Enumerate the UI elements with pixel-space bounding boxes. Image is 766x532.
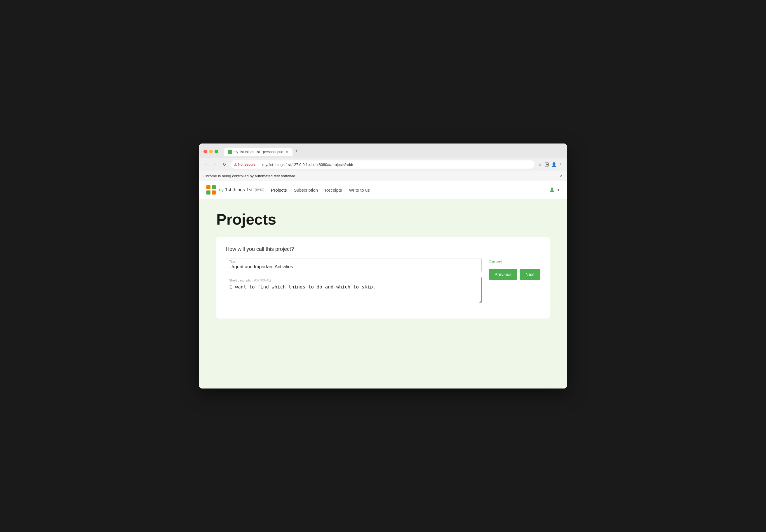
app-nav: Projects Subscription Receipts Write to … xyxy=(271,188,370,193)
description-field-group: Short description (OPTIONAL) I want to f… xyxy=(226,277,482,305)
account-icon[interactable]: 👤 xyxy=(551,162,557,167)
form-body: Title Short description (OPTIONAL) I wan… xyxy=(226,258,540,309)
nav-write-to-us[interactable]: Write to us xyxy=(349,188,370,193)
traffic-lights xyxy=(204,150,218,153)
active-tab[interactable]: my 1st things 1st - personal prio × xyxy=(224,148,293,156)
page-title: Projects xyxy=(216,211,550,228)
svg-point-6 xyxy=(551,188,553,190)
tab-title: my 1st things 1st - personal prio xyxy=(234,150,283,154)
address-input[interactable]: ⚠ Not Secure | my.1st-things-1st.127.0.0… xyxy=(230,160,534,169)
nav-receipts[interactable]: Receipts xyxy=(325,188,342,193)
form-fields: Title Short description (OPTIONAL) I wan… xyxy=(226,258,482,309)
previous-button[interactable]: Previous xyxy=(489,269,517,280)
notification-text: Chrome is being controlled by automated … xyxy=(204,174,296,178)
title-input[interactable] xyxy=(226,258,482,272)
bookmark-icon[interactable]: ☆ xyxy=(537,162,543,167)
description-inner-label: Short description (OPTIONAL) xyxy=(229,279,271,282)
minimize-window-button[interactable] xyxy=(209,150,213,153)
buttons-row: Previous Next xyxy=(489,269,540,280)
optional-label: (OPTIONAL) xyxy=(254,279,271,282)
tab-bar: my 1st things 1st - personal prio × + xyxy=(224,147,301,156)
svg-rect-5 xyxy=(212,190,216,195)
form-actions: Cancel Previous Next xyxy=(489,258,540,280)
back-button[interactable]: ← xyxy=(202,161,209,168)
close-window-button[interactable] xyxy=(204,150,207,153)
new-tab-button[interactable]: + xyxy=(293,147,301,155)
nav-projects[interactable]: Projects xyxy=(271,188,287,193)
header-left: my 1st things 1st BETA Projects Subscrip… xyxy=(206,185,370,195)
maximize-window-button[interactable] xyxy=(215,150,218,153)
tab-favicon-icon xyxy=(228,150,232,154)
nav-subscription[interactable]: Subscription xyxy=(294,188,318,193)
main-content: Projects How will you call this project?… xyxy=(199,199,567,389)
form-card: How will you call this project? Title xyxy=(216,237,550,319)
svg-rect-2 xyxy=(207,185,211,189)
app-header: my 1st things 1st BETA Projects Subscrip… xyxy=(199,181,567,199)
address-separator: | xyxy=(258,162,259,167)
title-field-wrapper: Title xyxy=(226,258,482,272)
user-menu-button[interactable]: ▼ xyxy=(548,186,560,193)
extension-icon[interactable] xyxy=(544,162,550,167)
browser-window: my 1st things 1st - personal prio × + ← … xyxy=(199,143,567,389)
app-logo[interactable]: my 1st things 1st BETA xyxy=(206,185,264,195)
menu-icon[interactable]: ⋮ xyxy=(558,162,564,167)
not-secure-indicator: ⚠ Not Secure xyxy=(234,162,256,167)
title-inner-label: Title xyxy=(229,260,235,263)
title-bar: my 1st things 1st - personal prio × + xyxy=(199,143,567,158)
beta-badge: BETA xyxy=(255,188,264,192)
address-url: my.1st-things-1st.127.0.0.1.xip.io:8080/… xyxy=(262,162,531,167)
forward-button[interactable]: → xyxy=(212,161,219,168)
logo-icon xyxy=(206,185,216,195)
svg-rect-3 xyxy=(212,185,216,189)
user-dropdown-arrow: ▼ xyxy=(557,188,560,192)
svg-rect-1 xyxy=(546,164,548,165)
tab-close-button[interactable]: × xyxy=(285,150,289,154)
address-bar: ← → ↻ ⚠ Not Secure | my.1st-things-1st.1… xyxy=(199,158,567,171)
notification-bar: Chrome is being controlled by automated … xyxy=(199,171,567,181)
notification-close-button[interactable]: × xyxy=(560,173,562,179)
user-avatar-icon xyxy=(548,186,555,193)
refresh-button[interactable]: ↻ xyxy=(221,161,228,168)
svg-rect-4 xyxy=(207,190,211,195)
title-field-group: Title xyxy=(226,258,482,272)
next-button[interactable]: Next xyxy=(520,269,540,280)
warning-icon: ⚠ xyxy=(234,162,237,167)
description-field-wrapper: Short description (OPTIONAL) I want to f… xyxy=(226,277,482,305)
cancel-button[interactable]: Cancel xyxy=(489,258,502,265)
app-name: my 1st things 1st BETA xyxy=(218,187,264,193)
address-actions: ☆ 👤 ⋮ xyxy=(537,162,564,167)
form-question: How will you call this project? xyxy=(226,246,540,252)
